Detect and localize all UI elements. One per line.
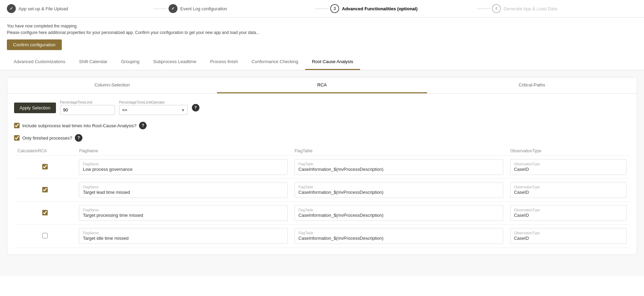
tab-advanced-customizations[interactable]: Advanced Customizations xyxy=(7,54,72,70)
operator-select[interactable]: <= >= < > = xyxy=(119,105,188,115)
table-row: FlagName Target idle time missed FlagTab… xyxy=(14,225,630,248)
subprocess-leadtime-checkbox[interactable] xyxy=(14,123,20,128)
table-row: FlagName Target processing time missed F… xyxy=(14,202,630,225)
row-4-flagname-cell: FlagName Target idle time missed xyxy=(76,225,291,248)
row-3-flagname-label: FlagName xyxy=(83,208,284,212)
operator-select-wrapper: <= >= < > = ▼ xyxy=(119,105,188,115)
step-connector-1-2 xyxy=(153,9,167,9)
row-3-flagname-group: FlagName Target processing time missed xyxy=(83,208,284,218)
row-3-flagname-cell: FlagName Target processing time missed xyxy=(76,202,291,225)
row-2-obstype-group: ObservationType CaseID xyxy=(514,185,623,195)
step-4-icon: 4 xyxy=(492,4,501,13)
th-flagname: FlagName xyxy=(76,146,291,156)
step-3[interactable]: 3 Advanced Functionalities (optional) xyxy=(330,4,475,13)
percentage-limit-input[interactable] xyxy=(60,105,115,115)
row-2-flagname-group: FlagName Target lead time missed xyxy=(83,185,284,195)
row-1-check-cell xyxy=(14,156,76,179)
step-3-label: Advanced Functionalities (optional) xyxy=(342,6,417,11)
row-1-obstype-cell: ObservationType CaseID xyxy=(507,156,630,179)
tab-grouping[interactable]: Grouping xyxy=(114,54,146,70)
rca-inner-content: Apply Selection PercentageTimeLimit Perc… xyxy=(7,94,637,254)
controls-row: Apply Selection PercentageTimeLimit Perc… xyxy=(14,100,630,115)
row-2-checkbox[interactable] xyxy=(42,187,48,192)
row-3-check-cell xyxy=(14,202,76,225)
inner-tab-critical-paths[interactable]: Critical-Paths xyxy=(427,78,637,93)
row-3-checkbox[interactable] xyxy=(42,210,48,215)
row-4-flagtable-group: FlagTable CaseInformation_$(mvProcessDes… xyxy=(298,231,499,241)
row-3-obstype-cell: ObservationType CaseID xyxy=(507,202,630,225)
row-4-check-cell xyxy=(14,225,76,248)
row-1-flagtable-value: CaseInformation_$(mvProcessDescription) xyxy=(298,167,499,172)
row-1-flagname-label: FlagName xyxy=(83,162,284,166)
inner-tab-column-selection[interactable]: Column-Selection xyxy=(7,78,217,93)
row-2-flagname-value: Target lead time missed xyxy=(83,190,284,195)
step-4[interactable]: 4 Generate App & Load Data xyxy=(492,4,637,13)
row-2-flagtable-label: FlagTable xyxy=(298,185,499,189)
subprocess-checkbox-label: Include subprocess lead times into Root-… xyxy=(22,123,136,128)
row-4-obstype-group: ObservationType CaseID xyxy=(514,231,623,241)
row-4-flagtable-cell: FlagTable CaseInformation_$(mvProcessDes… xyxy=(291,225,507,248)
row-4-flagname-value: Target idle time missed xyxy=(83,236,284,241)
tab-root-cause-analysis[interactable]: Root Cause Analysis xyxy=(305,54,360,70)
percentage-time-limit-group: PercentageTimeLimit xyxy=(60,100,115,115)
row-2-obstype-cell: ObservationType CaseID xyxy=(507,179,630,202)
help-icon-subprocess[interactable]: ? xyxy=(139,122,147,129)
row-4-obstype-label: ObservationType xyxy=(514,231,623,235)
finished-processes-checkbox-row: Only finished processes? ? xyxy=(14,134,630,142)
tab-process-finish[interactable]: Process finish xyxy=(203,54,245,70)
step-1-icon: ✓ xyxy=(7,4,16,13)
confirm-configuration-button[interactable]: Confirm configuration xyxy=(7,39,62,50)
apply-selection-button[interactable]: Apply Selection xyxy=(14,103,56,113)
row-1-flagtable-group: FlagTable CaseInformation_$(mvProcessDes… xyxy=(298,162,499,172)
rca-table: CalculateInRCA FlagName FlagTable Observ… xyxy=(14,146,630,248)
step-2-icon: ✓ xyxy=(169,4,177,13)
tab-subprocess-leadtime[interactable]: Subprocess Leadtime xyxy=(146,54,203,70)
th-calculate: CalculateInRCA xyxy=(14,146,76,156)
header-section: You have now completed the mapping. Plea… xyxy=(0,17,644,54)
row-1-flagname-group: FlagName Low process governance xyxy=(83,162,284,172)
row-4-obstype-cell: ObservationType CaseID xyxy=(507,225,630,248)
stepper: ✓ App set-up & File Upload ✓ Event Log c… xyxy=(0,0,644,17)
row-4-obstype-value: CaseID xyxy=(514,236,623,241)
help-icon-operator[interactable]: ? xyxy=(192,104,199,111)
row-1-flagname-cell: FlagName Low process governance xyxy=(76,156,291,179)
row-3-flagtable-label: FlagTable xyxy=(298,208,499,212)
row-2-obstype-label: ObservationType xyxy=(514,185,623,189)
row-1-obstype-value: CaseID xyxy=(514,167,623,172)
operator-label: PercentageTimeLimitOperator xyxy=(119,100,188,104)
row-4-checkbox[interactable] xyxy=(42,233,48,238)
step-connector-2-3 xyxy=(315,9,329,9)
row-2-flagtable-group: FlagTable CaseInformation_$(mvProcessDes… xyxy=(298,185,499,195)
row-3-flagname-value: Target processing time missed xyxy=(83,213,284,218)
inner-tab-nav: Column-Selection RCA Critical-Paths xyxy=(7,78,637,94)
row-3-flagtable-cell: FlagTable CaseInformation_$(mvProcessDes… xyxy=(291,202,507,225)
row-3-obstype-value: CaseID xyxy=(514,213,623,218)
help-icon-finished[interactable]: ? xyxy=(75,134,82,142)
subprocess-checkbox-row: Include subprocess lead times into Root-… xyxy=(14,122,630,129)
header-line2: Please configure here additional propert… xyxy=(7,29,637,36)
header-line1: You have now completed the mapping. xyxy=(7,23,637,29)
finished-processes-checkbox[interactable] xyxy=(14,135,20,141)
row-3-flagtable-value: CaseInformation_$(mvProcessDescription) xyxy=(298,213,499,218)
step-3-icon: 3 xyxy=(330,4,339,13)
row-3-obstype-group: ObservationType CaseID xyxy=(514,208,623,218)
th-flagtable: FlagTable xyxy=(291,146,507,156)
row-3-obstype-label: ObservationType xyxy=(514,208,623,212)
content-area: Column-Selection RCA Critical-Paths Appl… xyxy=(0,70,644,276)
row-1-obstype-group: ObservationType CaseID xyxy=(514,162,623,172)
row-2-check-cell xyxy=(14,179,76,202)
step-1[interactable]: ✓ App set-up & File Upload xyxy=(7,4,152,13)
row-2-obstype-value: CaseID xyxy=(514,190,623,195)
table-header-row: CalculateInRCA FlagName FlagTable Observ… xyxy=(14,146,630,156)
step-2[interactable]: ✓ Event Log configuration xyxy=(169,4,314,13)
table-row: FlagName Target lead time missed FlagTab… xyxy=(14,179,630,202)
row-1-flagtable-cell: FlagTable CaseInformation_$(mvProcessDes… xyxy=(291,156,507,179)
tab-shift-calendar[interactable]: Shift Calendar xyxy=(72,54,114,70)
tab-conformance-checking[interactable]: Conformance Checking xyxy=(245,54,305,70)
step-2-label: Event Log configuration xyxy=(180,6,227,11)
main-tab-nav: Advanced Customizations Shift Calendar G… xyxy=(0,54,644,70)
row-1-obstype-label: ObservationType xyxy=(514,162,623,166)
row-1-checkbox[interactable] xyxy=(42,164,48,169)
row-3-flagtable-group: FlagTable CaseInformation_$(mvProcessDes… xyxy=(298,208,499,218)
inner-tab-rca[interactable]: RCA xyxy=(217,78,427,93)
